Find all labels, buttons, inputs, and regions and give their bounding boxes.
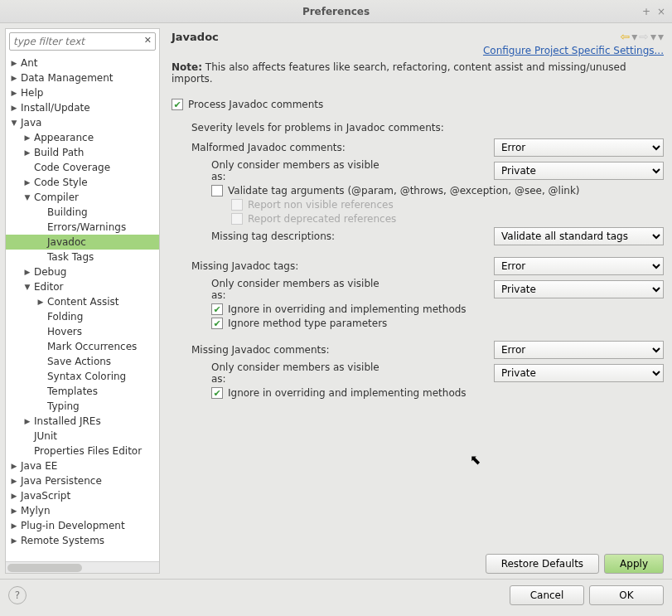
tree-item-label: Templates [46,386,98,397]
tree-item[interactable]: ▼Compiler [6,190,159,205]
tree-item[interactable]: ▼Editor [6,279,159,294]
chevron-right-icon[interactable]: ▶ [9,536,19,545]
chevron-right-icon[interactable]: ▶ [9,477,19,485]
tree-item-label: JUnit [32,430,57,442]
tree-item[interactable]: ▶Data Management [6,70,159,85]
process-javadoc-checkbox[interactable] [172,99,183,110]
cancel-button[interactable]: Cancel [510,585,584,605]
process-javadoc-label: Process Javadoc comments [188,99,323,110]
tree-item-label: Plug-in Development [19,520,125,531]
chevron-right-icon[interactable]: ▶ [22,268,32,276]
help-icon[interactable]: ? [8,586,27,604]
tree-item[interactable]: Errors/Warnings [6,220,159,235]
tree-item[interactable]: Typing [6,399,159,414]
tree-item[interactable]: Javadoc [6,235,159,250]
tree-item[interactable]: ▶Remote Systems [6,533,159,548]
tree-item-label: Mark Occurrences [46,341,137,352]
tree-item[interactable]: ▼Java [6,115,159,130]
malformed-combo[interactable]: Error [494,138,664,157]
tree-item[interactable]: ▶Plug-in Development [6,518,159,533]
tree-item-label: Typing [46,400,80,412]
tree-item[interactable]: Properties Files Editor [6,444,159,458]
ignore-type-params-checkbox[interactable] [211,318,223,329]
chevron-down-icon[interactable]: ▼ [22,283,32,291]
missing-tag-desc-combo[interactable]: Validate all standard tags [494,227,664,245]
tree-item[interactable]: Hovers [6,324,159,339]
ok-button[interactable]: OK [589,585,664,605]
apply-button[interactable]: Apply [604,554,664,574]
chevron-right-icon[interactable]: ▶ [22,148,32,157]
tree-item[interactable]: ▶Installed JREs [6,414,159,429]
tree-item-label: Code Style [32,177,88,188]
restore-defaults-button[interactable]: Restore Defaults [486,554,599,574]
clear-filter-icon[interactable]: ✕ [144,35,152,46]
chevron-right-icon[interactable]: ▶ [9,492,19,500]
tree-item[interactable]: ▶Code Style [6,175,159,190]
close-icon[interactable]: × [657,6,665,17]
tree-item-label: Remote Systems [19,535,104,546]
tree-item[interactable]: Code Coverage [6,160,159,175]
tree-item-label: Debug [32,266,66,278]
tree-item-label: Errors/Warnings [46,221,126,233]
horizontal-scrollbar[interactable] [6,561,159,573]
tree-item[interactable]: Mark Occurrences [6,339,159,354]
minimize-icon[interactable]: + [642,6,650,17]
tree-item[interactable]: ▶Java EE [6,458,159,473]
missing-tags-combo[interactable]: Error [494,257,664,275]
chevron-right-icon[interactable]: ▶ [9,59,19,67]
chevron-right-icon[interactable]: ▶ [9,89,19,97]
tree-item[interactable]: ▶Ant [6,56,159,70]
tree-item[interactable]: Building [6,205,159,220]
missing-tags-visibility-combo[interactable]: Private [494,280,664,298]
chevron-down-icon[interactable]: ▼ [22,193,32,201]
tree-item[interactable]: Task Tags [6,250,159,264]
back-icon[interactable]: ⇦ [620,30,630,43]
filter-input[interactable] [9,32,156,51]
tree-item-label: Java EE [19,460,57,472]
validate-tag-args-label: Validate tag arguments (@param, @throws,… [228,185,580,196]
missing-comments-visibility-combo[interactable]: Private [494,364,664,382]
missing-comments-combo[interactable]: Error [494,341,664,359]
missing-tags-label: Missing Javadoc tags: [191,260,390,272]
tree-item[interactable]: ▶Appearance [6,130,159,145]
tree-item[interactable]: ▶Mylyn [6,503,159,518]
tree-item[interactable]: Syntax Coloring [6,369,159,384]
page-menu-icon[interactable]: ▾ [658,30,664,43]
chevron-down-icon[interactable]: ▼ [9,119,19,127]
chevron-right-icon[interactable]: ▶ [9,507,19,515]
tree-item-label: Editor [32,281,64,293]
tree-item[interactable]: ▶Help [6,85,159,100]
tree-item[interactable]: Save Actions [6,354,159,369]
tree-item[interactable]: ▶Content Assist [6,294,159,309]
chevron-right-icon[interactable]: ▶ [9,521,19,530]
chevron-right-icon[interactable]: ▶ [22,417,32,425]
validate-tag-args-checkbox[interactable] [211,185,223,196]
chevron-right-icon[interactable]: ▶ [22,133,32,142]
tree-item[interactable]: JUnit [6,429,159,444]
chevron-right-icon[interactable]: ▶ [9,462,19,470]
chevron-right-icon[interactable]: ▶ [36,298,46,306]
back-menu-icon[interactable]: ▾ [631,30,637,43]
tree-item[interactable]: Templates [6,384,159,399]
configure-project-link[interactable]: Configure Project Specific Settings... [483,45,664,56]
forward-menu-icon[interactable]: ▾ [650,30,656,43]
tree-item-label: Mylyn [19,505,51,517]
tree-item-label: Java [19,117,41,129]
chevron-right-icon[interactable]: ▶ [9,104,19,112]
chevron-right-icon[interactable]: ▶ [9,74,19,82]
tree-item[interactable]: ▶Debug [6,264,159,279]
malformed-visibility-combo[interactable]: Private [494,162,664,180]
tree-item[interactable]: ▶JavaScript [6,488,159,503]
ignore-override-comments-checkbox[interactable] [211,387,223,399]
tree-item[interactable]: ▶Java Persistence [6,473,159,488]
tree-item[interactable]: Folding [6,309,159,324]
ignore-override-tags-checkbox[interactable] [211,303,223,315]
preferences-tree[interactable]: ▶Ant▶Data Management▶Help▶Install/Update… [6,54,159,561]
forward-icon: ⇨ [639,30,649,43]
tree-item[interactable]: ▶Install/Update [6,100,159,115]
tree-item-label: Javadoc [46,236,86,248]
tree-item-label: Ant [19,57,38,69]
tree-item[interactable]: ▶Build Path [6,145,159,160]
chevron-right-icon[interactable]: ▶ [22,178,32,187]
titlebar: Preferences + × [0,0,672,23]
